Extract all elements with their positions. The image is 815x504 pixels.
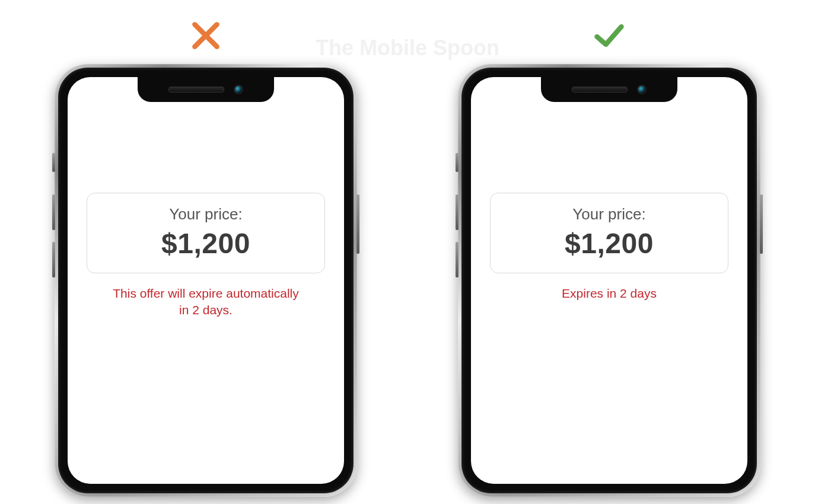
front-camera [234, 85, 243, 94]
good-example: Your price: $1,200 Expires in 2 days [458, 18, 760, 497]
speaker-grille [168, 87, 224, 92]
price-card: Your price: $1,200 [490, 193, 728, 273]
cross-icon [188, 18, 224, 53]
price-label: Your price: [496, 205, 722, 224]
price-label: Your price: [93, 205, 319, 224]
volume-up-button [456, 194, 459, 230]
expiry-message-bad: This offer will expire automatically in … [87, 285, 325, 319]
phone-mockup-bad: Your price: $1,200 This offer will expir… [55, 64, 357, 497]
phone-notch [541, 77, 677, 102]
volume-down-button [52, 242, 55, 277]
phone-screen-good: Your price: $1,200 Expires in 2 days [471, 77, 747, 484]
offer-content-good: Your price: $1,200 Expires in 2 days [490, 193, 728, 302]
phone-notch [138, 77, 274, 102]
bad-example: Your price: $1,200 This offer will expir… [55, 18, 357, 497]
power-button [760, 194, 763, 254]
front-camera [637, 85, 647, 94]
price-card: Your price: $1,200 [87, 193, 325, 273]
comparison-stage: Your price: $1,200 This offer will expir… [0, 18, 815, 497]
expiry-line-2: in 2 days. [87, 302, 325, 318]
expiry-line-1: This offer will expire automatically [87, 285, 325, 302]
phone-screen-bad: Your price: $1,200 This offer will expir… [68, 77, 344, 484]
phone-mockup-good: Your price: $1,200 Expires in 2 days [458, 64, 760, 497]
volume-up-button [52, 194, 55, 230]
expiry-message-good: Expires in 2 days [490, 285, 728, 302]
power-button [356, 194, 359, 254]
price-value: $1,200 [496, 227, 722, 260]
check-icon [591, 18, 627, 53]
price-value: $1,200 [93, 227, 319, 260]
silence-switch [456, 153, 459, 172]
volume-down-button [456, 242, 459, 277]
silence-switch [52, 153, 55, 172]
offer-content-bad: Your price: $1,200 This offer will expir… [87, 193, 325, 319]
speaker-grille [572, 87, 628, 92]
